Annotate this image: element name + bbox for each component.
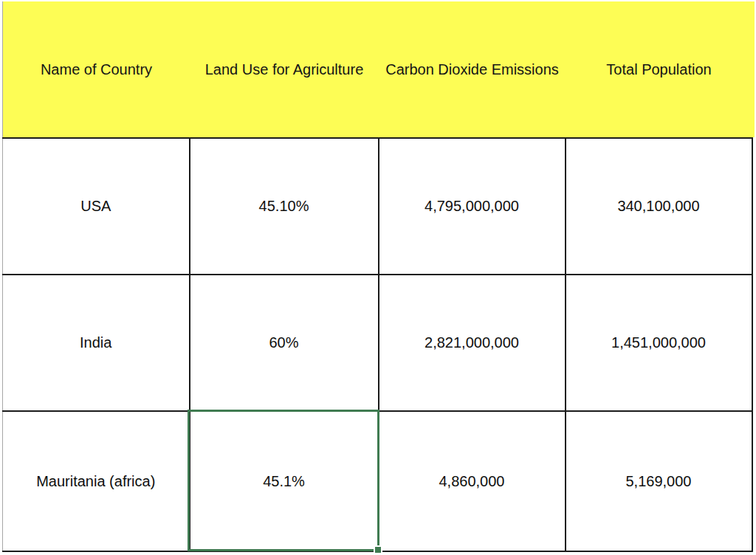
cell-usa-land-use[interactable]: 45.10% (190, 138, 379, 275)
header-row: Name of Country Land Use for Agriculture… (2, 1, 755, 137)
cell-usa-country[interactable]: USA (3, 138, 190, 275)
cell-usa-population[interactable]: 340,100,000 (566, 138, 752, 275)
cell-mauritania-country[interactable]: Mauritania (africa) (3, 411, 190, 551)
cell-selection-border[interactable] (188, 410, 379, 551)
column-header-co2[interactable]: Carbon Dioxide Emissions (379, 1, 566, 137)
cell-india-co2[interactable]: 2,821,000,000 (379, 275, 566, 411)
column-header-land-use[interactable]: Land Use for Agriculture (190, 1, 379, 137)
column-header-country[interactable]: Name of Country (3, 1, 190, 137)
cell-india-population[interactable]: 1,451,000,000 (566, 275, 752, 411)
table-row-usa: USA 45.10% 4,795,000,000 340,100,000 (3, 138, 752, 275)
cell-india-land-use[interactable]: 60% (190, 275, 379, 411)
spreadsheet-view: Name of Country Land Use for Agriculture… (0, 0, 756, 555)
cell-mauritania-population[interactable]: 5,169,000 (566, 411, 752, 551)
table-row-india: India 60% 2,821,000,000 1,451,000,000 (3, 275, 752, 411)
cell-india-country[interactable]: India (3, 275, 190, 411)
cell-usa-co2[interactable]: 4,795,000,000 (379, 138, 566, 275)
column-header-population[interactable]: Total Population (566, 1, 752, 137)
fill-handle[interactable] (374, 545, 382, 554)
cell-mauritania-co2[interactable]: 4,860,000 (379, 411, 566, 551)
